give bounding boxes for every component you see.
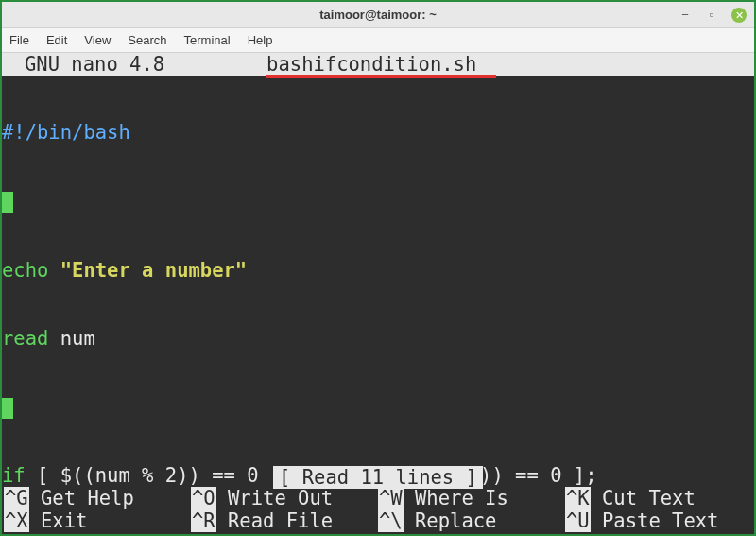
nano-status-line: [ Read 11 lines ] — [2, 466, 754, 489]
maximize-button[interactable]: ▫ — [705, 9, 718, 22]
menubar: File Edit View Search Terminal Help — [2, 28, 754, 53]
menu-file[interactable]: File — [9, 33, 29, 47]
code-shebang: #!/bin/bash — [2, 121, 130, 144]
menu-search[interactable]: Search — [128, 33, 166, 47]
shortcut-key: ^X — [4, 510, 29, 532]
shortcut-label: Replace — [404, 510, 497, 532]
shortcut-replace[interactable]: ^\ Replace — [378, 510, 565, 532]
cursor-icon — [2, 398, 13, 419]
nano-shortcuts: ^G Get Help ^O Write Out ^W Where Is ^K … — [2, 487, 754, 534]
code-echo-kw: echo — [2, 259, 48, 282]
minimize-button[interactable]: − — [679, 9, 692, 22]
shortcut-label: Write Out — [216, 487, 333, 510]
shortcut-label: Cut Text — [591, 487, 696, 510]
menu-view[interactable]: View — [84, 33, 111, 47]
code-var: num — [48, 327, 94, 350]
shortcut-cut-text[interactable]: ^K Cut Text — [565, 487, 752, 510]
shortcut-key: ^\ — [378, 510, 404, 532]
menu-edit[interactable]: Edit — [46, 33, 67, 47]
shortcut-key: ^U — [565, 510, 591, 532]
shortcut-write-out[interactable]: ^O Write Out — [191, 487, 378, 510]
shortcut-where-is[interactable]: ^W Where Is — [378, 487, 565, 510]
shortcut-label: Paste Text — [591, 510, 719, 532]
code-string: "Enter a number" — [48, 259, 247, 282]
shortcut-exit[interactable]: ^X Exit — [4, 510, 191, 532]
shortcut-key: ^W — [378, 487, 404, 510]
nano-filename: bashifcondition.sh — [266, 53, 476, 76]
menu-help[interactable]: Help — [248, 33, 273, 47]
window-title: taimoor@taimoor: ~ — [319, 8, 437, 22]
shortcut-label: Get Help — [29, 487, 134, 510]
shortcut-label: Read File — [216, 510, 333, 532]
menu-terminal[interactable]: Terminal — [184, 33, 231, 47]
shortcut-key: ^K — [565, 487, 591, 510]
terminal-area[interactable]: GNU nano 4.8 bashifcondition.sh #!/bin/b… — [2, 53, 754, 534]
close-button[interactable]: ✕ — [731, 8, 747, 23]
shortcut-key: ^R — [191, 510, 216, 532]
nano-status-text: [ Read 11 lines ] — [273, 466, 483, 489]
code-read-kw: read — [2, 327, 48, 350]
shortcut-paste-text[interactable]: ^U Paste Text — [565, 510, 752, 532]
nano-app-name: GNU nano 4.8 — [25, 53, 164, 76]
cursor-icon — [2, 192, 13, 213]
shortcut-label: Where Is — [404, 487, 508, 510]
shortcut-key: ^G — [4, 487, 29, 510]
shortcut-get-help[interactable]: ^G Get Help — [4, 487, 191, 510]
shortcut-label: Exit — [29, 510, 88, 532]
nano-header: GNU nano 4.8 bashifcondition.sh — [2, 53, 754, 76]
window-titlebar: taimoor@taimoor: ~ − ▫ ✕ — [2, 2, 754, 28]
shortcut-key: ^O — [191, 487, 216, 510]
shortcut-read-file[interactable]: ^R Read File — [191, 510, 378, 532]
window-controls: − ▫ ✕ — [679, 8, 747, 23]
